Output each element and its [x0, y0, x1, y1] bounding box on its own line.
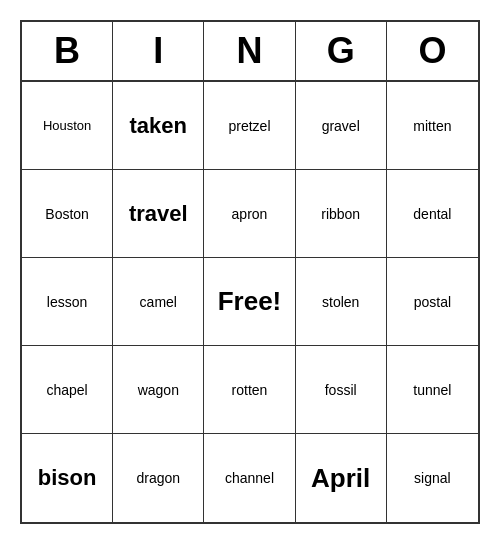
cell-text: bison [38, 465, 97, 491]
bingo-header: BINGO [22, 22, 478, 82]
cell-text: wagon [138, 382, 179, 398]
bingo-cell[interactable]: postal [387, 258, 478, 346]
bingo-cell[interactable]: stolen [296, 258, 387, 346]
cell-text: rotten [232, 382, 268, 398]
cell-text: fossil [325, 382, 357, 398]
bingo-cell[interactable]: fossil [296, 346, 387, 434]
bingo-cell[interactable]: Houston [22, 82, 113, 170]
bingo-cell[interactable]: bison [22, 434, 113, 522]
cell-text: Free! [218, 286, 282, 317]
bingo-cell[interactable]: rotten [204, 346, 295, 434]
cell-text: dental [413, 206, 451, 222]
bingo-cell[interactable]: Free! [204, 258, 295, 346]
cell-text: lesson [47, 294, 87, 310]
bingo-cell[interactable]: travel [113, 170, 204, 258]
cell-text: ribbon [321, 206, 360, 222]
cell-text: pretzel [228, 118, 270, 134]
bingo-cell[interactable]: Boston [22, 170, 113, 258]
bingo-card: BINGO HoustontakenpretzelgravelmittenBos… [20, 20, 480, 524]
bingo-cell[interactable]: apron [204, 170, 295, 258]
bingo-cell[interactable]: wagon [113, 346, 204, 434]
cell-text: camel [140, 294, 177, 310]
bingo-cell[interactable]: lesson [22, 258, 113, 346]
cell-text: apron [232, 206, 268, 222]
bingo-cell[interactable]: dragon [113, 434, 204, 522]
cell-text: chapel [46, 382, 87, 398]
cell-text: Houston [43, 118, 91, 133]
bingo-cell[interactable]: tunnel [387, 346, 478, 434]
cell-text: travel [129, 201, 188, 227]
header-letter: G [296, 22, 387, 80]
cell-text: dragon [136, 470, 180, 486]
bingo-cell[interactable]: mitten [387, 82, 478, 170]
cell-text: stolen [322, 294, 359, 310]
bingo-grid: HoustontakenpretzelgravelmittenBostontra… [22, 82, 478, 522]
cell-text: postal [414, 294, 451, 310]
cell-text: Boston [45, 206, 89, 222]
bingo-cell[interactable]: taken [113, 82, 204, 170]
cell-text: gravel [322, 118, 360, 134]
cell-text: April [311, 463, 370, 494]
cell-text: tunnel [413, 382, 451, 398]
cell-text: channel [225, 470, 274, 486]
bingo-cell[interactable]: pretzel [204, 82, 295, 170]
bingo-cell[interactable]: gravel [296, 82, 387, 170]
header-letter: I [113, 22, 204, 80]
cell-text: signal [414, 470, 451, 486]
header-letter: B [22, 22, 113, 80]
bingo-cell[interactable]: ribbon [296, 170, 387, 258]
bingo-cell[interactable]: chapel [22, 346, 113, 434]
bingo-cell[interactable]: camel [113, 258, 204, 346]
cell-text: taken [130, 113, 187, 139]
bingo-cell[interactable]: April [296, 434, 387, 522]
bingo-cell[interactable]: dental [387, 170, 478, 258]
header-letter: N [204, 22, 295, 80]
cell-text: mitten [413, 118, 451, 134]
header-letter: O [387, 22, 478, 80]
bingo-cell[interactable]: channel [204, 434, 295, 522]
bingo-cell[interactable]: signal [387, 434, 478, 522]
